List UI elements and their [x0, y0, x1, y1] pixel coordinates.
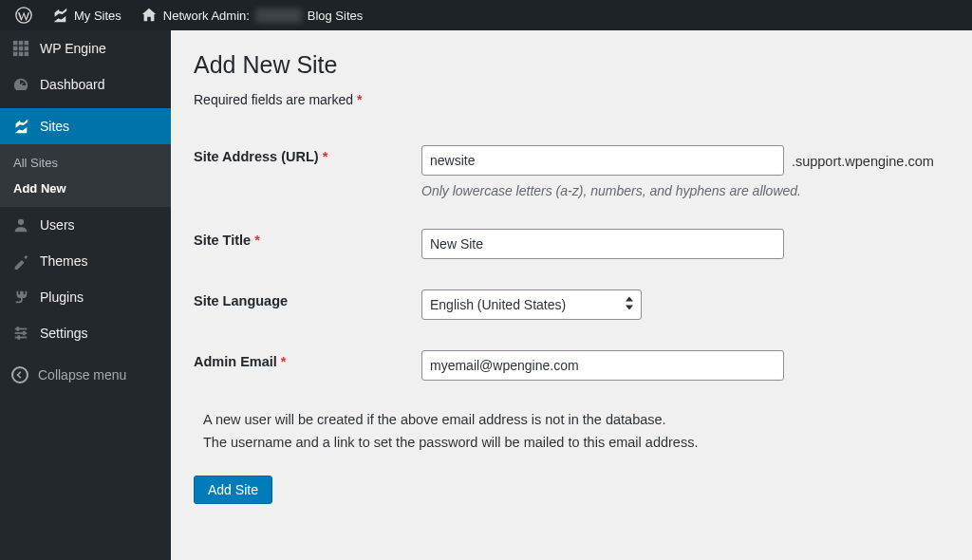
dashboard-icon — [11, 76, 30, 93]
row-site-address: Site Address (URL) * .support.wpengine.c… — [194, 130, 949, 214]
required-note: Required fields are marked * — [194, 92, 949, 107]
multisite-icon — [51, 7, 68, 24]
multisite-icon — [11, 118, 30, 135]
svg-rect-9 — [25, 52, 29, 57]
collapse-menu[interactable]: Collapse menu — [0, 357, 171, 393]
svg-rect-8 — [19, 52, 24, 57]
row-admin-email: Admin Email * — [194, 335, 949, 396]
svg-rect-14 — [17, 327, 20, 331]
sidebar-item-dashboard[interactable]: Dashboard — [0, 66, 171, 103]
sidebar-item-label: Dashboard — [40, 77, 105, 92]
sidebar-item-wp-engine[interactable]: WP Engine — [0, 30, 171, 66]
svg-rect-3 — [25, 41, 29, 46]
submenu-add-new[interactable]: Add New — [0, 176, 171, 201]
svg-rect-16 — [17, 335, 20, 340]
users-icon — [11, 216, 30, 233]
wordpress-logo-icon — [15, 7, 32, 24]
sidebar-item-label: Themes — [40, 253, 88, 269]
label-site-language: Site Language — [194, 274, 421, 335]
wp-logo-menu[interactable] — [8, 0, 40, 30]
settings-icon — [11, 325, 30, 342]
site-address-input[interactable] — [421, 145, 784, 176]
svg-rect-6 — [25, 47, 29, 51]
wpengine-icon — [11, 40, 30, 57]
topbar-network-admin[interactable]: Network Admin: ████ Blog Sites — [133, 0, 370, 30]
main-content: Add New Site Required fields are marked … — [171, 30, 972, 560]
label-admin-email: Admin Email * — [194, 335, 421, 396]
sidebar-item-settings[interactable]: Settings — [0, 315, 171, 351]
sidebar-item-label: Users — [40, 217, 75, 233]
submenu-all-sites[interactable]: All Sites — [0, 150, 171, 176]
topbar-network-suffix: Blog Sites — [308, 9, 364, 23]
topbar-my-sites-label: My Sites — [74, 9, 122, 23]
sidebar-item-label: Plugins — [40, 289, 84, 305]
sidebar-item-sites[interactable]: Sites — [0, 108, 171, 144]
topbar-my-sites[interactable]: My Sites — [44, 0, 129, 30]
label-site-address: Site Address (URL) * — [194, 130, 421, 214]
site-language-select[interactable]: English (United States) — [421, 289, 642, 320]
form-table: Site Address (URL) * .support.wpengine.c… — [194, 130, 949, 396]
row-site-title: Site Title * — [194, 214, 949, 274]
plugins-icon — [11, 289, 30, 306]
svg-rect-4 — [13, 47, 18, 51]
collapse-icon — [11, 366, 28, 383]
svg-rect-1 — [13, 41, 18, 46]
sidebar-item-plugins[interactable]: Plugins — [0, 279, 171, 315]
site-address-description: Only lowercase letters (a-z), numbers, a… — [421, 183, 940, 198]
admin-sidebar: WP Engine Dashboard Sites All Sites Add … — [0, 30, 171, 560]
site-address-domain-suffix: .support.wpengine.com — [792, 154, 934, 169]
topbar-network-prefix: Network Admin: — [163, 9, 250, 23]
sidebar-item-users[interactable]: Users — [0, 207, 171, 243]
svg-rect-15 — [23, 331, 26, 336]
topbar-network-name-obscured: ████ — [255, 9, 302, 23]
sidebar-item-label: Settings — [40, 326, 88, 341]
svg-rect-7 — [13, 52, 18, 57]
sidebar-item-label: WP Engine — [40, 41, 106, 56]
site-title-input[interactable] — [421, 229, 784, 259]
home-icon — [140, 7, 158, 24]
page-title: Add New Site — [194, 51, 949, 79]
svg-point-10 — [18, 219, 24, 225]
admin-topbar: My Sites Network Admin: ████ Blog Sites — [0, 0, 972, 30]
svg-rect-13 — [15, 337, 28, 339]
svg-rect-2 — [19, 41, 24, 46]
sidebar-item-label: Sites — [40, 119, 69, 134]
appearance-icon — [11, 252, 30, 270]
svg-rect-5 — [19, 47, 24, 51]
sidebar-submenu-sites: All Sites Add New — [0, 144, 171, 207]
svg-point-0 — [16, 8, 31, 23]
row-site-language: Site Language English (United States) — [194, 274, 949, 335]
sidebar-item-themes[interactable]: Themes — [0, 243, 171, 279]
admin-email-hint: A new user will be created if the above … — [203, 409, 949, 455]
add-site-button[interactable]: Add Site — [194, 476, 272, 504]
label-site-title: Site Title * — [194, 214, 421, 274]
admin-email-input[interactable] — [421, 350, 784, 381]
collapse-label: Collapse menu — [38, 367, 126, 383]
required-asterisk: * — [357, 92, 362, 107]
